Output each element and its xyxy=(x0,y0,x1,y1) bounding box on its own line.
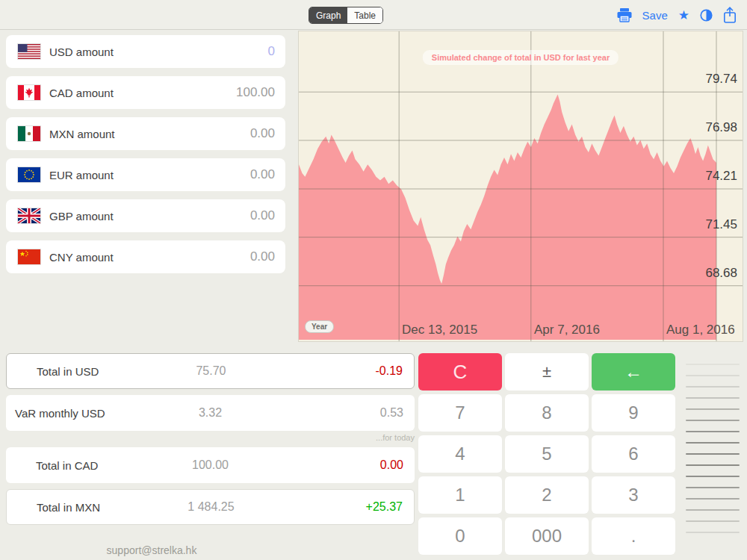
support-email-link[interactable]: support@strelka.hk xyxy=(6,544,297,556)
currency-label: USD amount xyxy=(49,46,268,58)
currency-row-mxn[interactable]: MXN amount 0.00 xyxy=(6,117,285,150)
y-axis-tick: 71.45 xyxy=(705,217,737,232)
key-000[interactable]: 000 xyxy=(505,517,589,555)
total-row-cad[interactable]: Total in CAD 100.00 0.00 xyxy=(6,447,415,483)
total-value: 1 484.25 xyxy=(7,500,415,514)
key-decimal[interactable]: . xyxy=(592,517,675,555)
y-axis-tick: 76.98 xyxy=(705,120,737,135)
key-clear[interactable]: C xyxy=(418,353,502,391)
total-row-mxn[interactable]: Total in MXN 1 484.25 +25.37 xyxy=(6,489,415,525)
total-delta: 0.53 xyxy=(380,406,403,420)
print-icon[interactable] xyxy=(617,8,632,22)
currency-label: CNY amount xyxy=(49,251,250,264)
usd-flag-icon xyxy=(18,44,40,59)
cad-flag-icon xyxy=(18,85,40,100)
currency-row-cny[interactable]: CNY amount 0.00 xyxy=(6,240,285,273)
tab-graph[interactable]: Graph xyxy=(309,7,347,23)
x-axis-tick: Apr 7, 2016 xyxy=(534,323,600,337)
calculator-keypad: C ± ← 7 8 9 4 5 6 1 2 3 0 000 . xyxy=(418,353,675,555)
key-0[interactable]: 0 xyxy=(418,517,502,555)
totals-note: ...for today xyxy=(6,433,415,442)
history-stack-lines xyxy=(686,364,740,533)
currency-list: USD amount 0 CAD amount 100.00 MXN amoun… xyxy=(6,35,285,273)
mxn-flag-icon xyxy=(18,126,40,141)
total-row-usd[interactable]: Total in USD 75.70 -0.19 xyxy=(6,353,415,389)
x-axis-tick: Aug 1, 2016 xyxy=(666,323,735,337)
key-3[interactable]: 3 xyxy=(592,476,675,514)
currency-label: MXN amount xyxy=(49,128,250,140)
currency-row-gbp[interactable]: GBP amount 0.00 xyxy=(6,199,285,232)
total-delta: +25.37 xyxy=(366,500,403,514)
key-4[interactable]: 4 xyxy=(418,435,502,473)
total-delta: 0.00 xyxy=(380,458,403,472)
key-9[interactable]: 9 xyxy=(592,394,675,432)
total-value: 75.70 xyxy=(7,364,415,378)
y-axis-tick: 74.21 xyxy=(705,169,737,184)
currency-amount-input[interactable]: 0.00 xyxy=(250,167,275,182)
key-2[interactable]: 2 xyxy=(505,476,589,514)
share-icon[interactable] xyxy=(723,7,737,24)
star-icon[interactable]: ★ xyxy=(678,9,689,22)
key-1[interactable]: 1 xyxy=(418,476,502,514)
var-monthly-row[interactable]: VaR monthly USD 3.32 0.53 xyxy=(6,395,415,431)
key-6[interactable]: 6 xyxy=(592,435,675,473)
key-5[interactable]: 5 xyxy=(505,435,589,473)
total-delta: -0.19 xyxy=(376,364,403,378)
currency-amount-input[interactable]: 0.00 xyxy=(250,249,275,264)
currency-row-cad[interactable]: CAD amount 100.00 xyxy=(6,76,285,109)
toolbar-actions: Save ★ xyxy=(617,0,737,30)
area-chart-plot xyxy=(299,31,743,341)
currency-label: CAD amount xyxy=(49,87,236,99)
key-plusminus[interactable]: ± xyxy=(505,353,589,391)
currency-label: EUR amount xyxy=(49,169,250,181)
currency-amount-input[interactable]: 0 xyxy=(268,44,275,59)
toolbar: Graph Table Save ★ xyxy=(0,0,747,30)
eur-flag-icon xyxy=(18,167,40,182)
key-8[interactable]: 8 xyxy=(505,394,589,432)
range-badge-year[interactable]: Year xyxy=(305,320,334,333)
simulation-chart[interactable]: Simulated change of total in USD for las… xyxy=(298,31,743,342)
currency-row-eur[interactable]: EUR amount 0.00 xyxy=(6,158,285,191)
currency-label: GBP amount xyxy=(49,210,250,223)
key-7[interactable]: 7 xyxy=(418,394,502,432)
total-value: 100.00 xyxy=(6,458,415,472)
tab-table[interactable]: Table xyxy=(347,7,382,23)
chart-title: Simulated change of total in USD for las… xyxy=(423,50,619,65)
currency-amount-input[interactable]: 0.00 xyxy=(250,126,275,141)
x-axis-tick: Dec 13, 2015 xyxy=(402,323,477,337)
currency-amount-input[interactable]: 100.00 xyxy=(236,85,275,100)
currency-row-usd[interactable]: USD amount 0 xyxy=(6,35,285,68)
gbp-flag-icon xyxy=(18,208,40,223)
key-backspace[interactable]: ← xyxy=(592,353,675,391)
currency-amount-input[interactable]: 0.00 xyxy=(250,208,275,223)
contrast-icon[interactable] xyxy=(700,9,713,22)
y-axis-tick: 68.68 xyxy=(705,266,737,281)
total-value: 3.32 xyxy=(6,406,415,420)
graph-table-segmented-control: Graph Table xyxy=(309,7,383,24)
save-button[interactable]: Save xyxy=(642,9,668,22)
y-axis-tick: 79.74 xyxy=(705,72,737,87)
cny-flag-icon xyxy=(18,249,40,264)
